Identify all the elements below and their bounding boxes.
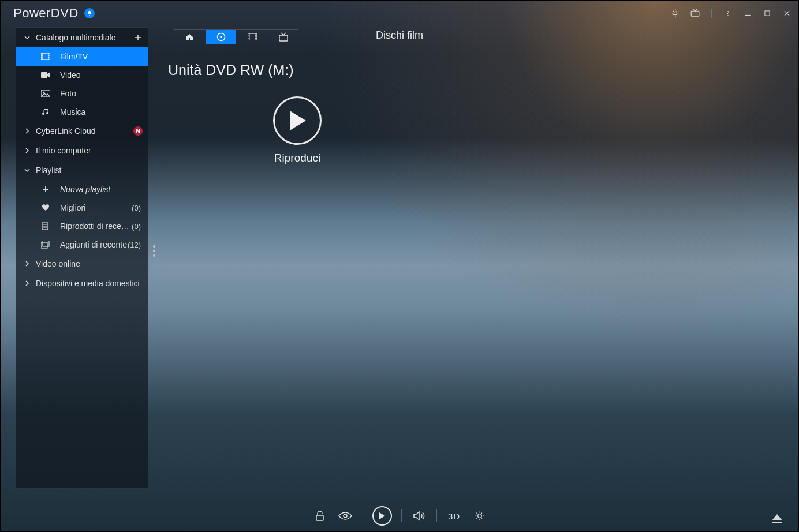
sidebar-item-label: Film/TV [60,52,142,61]
notification-bell-icon[interactable] [84,8,95,18]
separator [363,509,363,522]
play-button-bottom[interactable] [372,506,392,526]
video-icon [39,72,52,78]
svg-rect-2 [765,11,770,16]
sidebar-section-label: Dispositivi e media domestici [36,279,143,288]
sidebar-item-label: Nuova playlist [60,185,142,194]
sidebar-item-label: Foto [60,89,142,98]
more-options-icon[interactable] [153,245,155,257]
sidebar-section-my-computer[interactable]: Il mio computer [16,141,148,160]
drive-title: Unità DVD RW (M:) [168,62,294,78]
eye-icon[interactable] [337,508,353,524]
close-icon[interactable] [781,8,793,19]
sidebar-item-best[interactable]: Migliori (0) [16,198,148,217]
titlebar: PowerDVD [1,3,798,24]
settings-gear-icon[interactable] [472,508,488,524]
tv-mode-icon[interactable] [689,8,701,19]
count-badge: (0) [132,204,142,212]
count-badge: (12) [128,241,142,249]
sidebar-item-label: Migliori [60,203,132,212]
chevron-right-icon [23,261,31,267]
play-block: Riproduci [270,96,325,164]
sidebar-item-music[interactable]: Musica [16,103,148,121]
app-title: PowerDVD [13,6,79,21]
music-icon [39,108,52,116]
film-icon [39,53,52,60]
photo-icon [39,90,52,97]
sidebar-section-playlist[interactable]: Playlist [16,160,148,180]
sidebar-section-devices[interactable]: Dispositivi e media domestici [16,274,148,293]
play-button[interactable] [273,96,322,145]
bottom-bar: 3D [1,500,798,531]
svg-rect-4 [41,72,47,78]
lock-icon[interactable] [312,508,328,524]
play-label: Riproduci [274,152,320,164]
sidebar-section-label: Playlist [36,166,143,175]
recent-added-icon [39,241,52,249]
count-badge: (0) [132,222,142,231]
settings-icon[interactable] [670,8,681,19]
svg-rect-3 [41,53,50,60]
separator [711,9,712,18]
sidebar-item-photo[interactable]: Foto [16,84,148,103]
separator [401,509,402,522]
sidebar-item-label: Video [60,70,142,80]
sidebar-item-video[interactable]: Video [16,66,148,84]
recent-played-icon [39,222,52,230]
add-icon [39,186,52,193]
page-title: Dischi film [1,29,798,42]
sidebar-item-recent-added[interactable]: Aggiunti di recente (12) [16,235,148,254]
app-window: PowerDVD [0,0,799,532]
sidebar-section-video-online[interactable]: Video online [16,254,148,274]
svg-rect-1 [745,15,750,16]
sidebar-item-film-tv[interactable]: Film/TV [16,47,148,66]
new-badge: N [133,126,143,136]
svg-rect-0 [691,11,699,16]
chevron-down-icon [23,167,31,173]
separator [436,509,437,522]
minimize-icon[interactable] [742,8,753,19]
sidebar-section-label: CyberLink Cloud [36,126,133,136]
sidebar-section-label: Il mio computer [36,146,143,155]
help-icon[interactable] [722,8,734,19]
sidebar: Catalogo multimediale Film/TV Video Foto… [16,27,148,489]
svg-point-15 [344,514,347,518]
sidebar-section-label: Video online [36,259,143,268]
sidebar-item-recent-played[interactable]: Riprodotti di recente (0) [16,217,148,235]
eject-button[interactable] [772,514,782,523]
sidebar-item-label: Musica [60,107,142,117]
heart-icon [39,204,52,211]
chevron-right-icon [23,128,31,134]
chevron-right-icon [23,148,31,153]
three-d-toggle[interactable]: 3D [446,508,462,524]
chevron-right-icon [23,280,31,286]
sidebar-section-cloud[interactable]: CyberLink Cloud N [16,121,148,141]
svg-point-6 [43,92,45,93]
svg-rect-8 [41,242,47,248]
maximize-icon[interactable] [761,8,773,19]
svg-rect-14 [316,515,323,520]
titlebar-controls [670,8,793,19]
sidebar-item-label: Aggiunti di recente [60,240,128,249]
sidebar-item-new-playlist[interactable]: Nuova playlist [16,180,148,198]
volume-icon[interactable] [411,508,427,524]
sidebar-item-label: Riprodotti di recente [60,222,132,231]
eject-icon [772,514,782,520]
svg-rect-9 [43,241,49,246]
